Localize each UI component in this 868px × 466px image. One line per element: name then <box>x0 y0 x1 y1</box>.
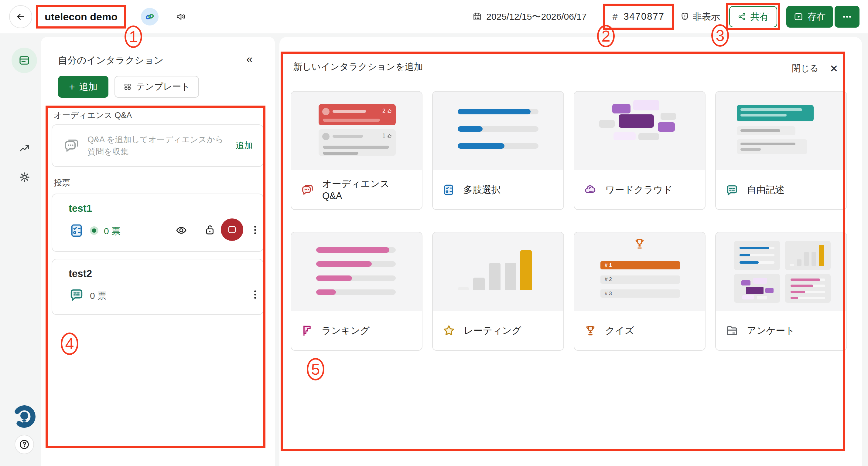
upvote-count: 1 <box>382 133 392 139</box>
left-rail <box>0 33 41 466</box>
type-card-label-row: 多肢選択 <box>433 170 563 210</box>
survey-illustration <box>716 232 846 311</box>
rail-item-trends[interactable] <box>18 142 31 155</box>
qa-section-label: オーディエンス Q&A <box>54 110 132 121</box>
ellipsis-icon <box>842 11 852 22</box>
folder-icon <box>725 324 739 338</box>
mentimeter-logo <box>11 403 37 430</box>
close-label[interactable]: 閉じる <box>792 63 818 75</box>
kebab-menu-icon[interactable] <box>249 289 261 301</box>
type-card-label: ランキング <box>322 325 370 337</box>
qa-prompt-text: Q&A を追加してオーディエンスから質問を収集 <box>88 133 224 158</box>
qa-bubbles-icon <box>300 183 314 197</box>
interaction-card-test1[interactable]: test1 0 票 <box>52 194 264 252</box>
survey-mini-rating <box>785 241 831 270</box>
survey-mini-bars <box>734 241 780 270</box>
top-bar-right: 2025/12/15〜2026/06/17 # 3470877 非表示 共有 <box>472 0 860 33</box>
ranking-steps-icon <box>300 324 314 338</box>
present-button[interactable]: 存在 <box>786 6 833 28</box>
room-number[interactable]: 3470877 <box>623 11 664 22</box>
open-ended-icon <box>69 287 85 302</box>
rail-item-settings[interactable] <box>18 170 31 184</box>
presentation-title[interactable]: utelecon demo <box>44 11 118 23</box>
stop-button[interactable] <box>221 219 243 241</box>
type-card-label-row: オーディエンス Q&A <box>291 170 422 210</box>
share-nodes-icon <box>738 12 746 21</box>
type-card-label: ワードクラウド <box>605 184 673 196</box>
announcement-icon[interactable] <box>176 11 186 22</box>
more-options-button[interactable] <box>835 6 860 28</box>
add-interaction-button[interactable]: + 追加 <box>58 76 108 98</box>
collapse-panel-button[interactable]: « <box>246 53 253 66</box>
question-circle-icon <box>19 439 30 450</box>
type-card-label-row: 自由記述 <box>716 170 846 210</box>
upvote-count: 2 <box>382 108 392 114</box>
type-card-multiple-choice[interactable]: 多肢選択 <box>432 91 564 210</box>
kebab-menu-icon[interactable] <box>249 224 261 236</box>
qa-placeholder-card: Q&A を追加してオーディエンスから質問を収集 追加 <box>52 124 264 167</box>
type-card-label: クイズ <box>605 325 634 337</box>
open-ended-illustration <box>716 92 846 170</box>
survey-mini-wordcloud <box>734 274 780 303</box>
plus-icon: + <box>69 81 75 93</box>
hide-toggle[interactable]: 非表示 <box>680 11 720 23</box>
present-label: 存在 <box>808 11 826 23</box>
interaction-title[interactable]: test2 <box>69 268 92 279</box>
type-card-label: 自由記述 <box>747 184 784 196</box>
date-range-group[interactable]: 2025/12/15〜2026/06/17 <box>472 11 586 23</box>
share-label: 共有 <box>750 11 769 23</box>
type-card-ranking[interactable]: ランキング <box>291 232 423 351</box>
present-play-icon <box>794 12 803 22</box>
back-button[interactable] <box>9 5 32 28</box>
star-icon <box>442 324 456 338</box>
unlock-icon[interactable] <box>204 223 216 236</box>
annotation-badge-3: 3 <box>711 24 729 47</box>
type-card-label: アンケート <box>747 325 795 337</box>
type-card-label: 多肢選択 <box>463 184 501 196</box>
date-range: 2025/12/15〜2026/06/17 <box>486 11 586 23</box>
template-grid-icon <box>123 82 132 91</box>
rail-item-interactions[interactable] <box>11 47 37 73</box>
type-card-open-ended[interactable]: 自由記述 <box>715 91 847 210</box>
close-group: 閉じる ✕ <box>792 63 838 75</box>
multiple-choice-icon <box>69 222 85 239</box>
type-card-word-cloud[interactable]: ワードクラウド <box>574 91 706 210</box>
vote-count: 0 票 <box>90 290 106 302</box>
type-card-label-row: クイズ <box>574 311 705 351</box>
shield-alert-icon <box>680 12 690 22</box>
interaction-type-grid: 2 1 <box>291 91 847 351</box>
interaction-title[interactable]: test1 <box>69 203 92 214</box>
hide-label: 非表示 <box>693 11 720 23</box>
share-button[interactable]: 共有 <box>729 6 777 27</box>
webex-integration-badge <box>141 8 158 26</box>
type-card-label-row: ランキング <box>291 311 422 351</box>
calendar-icon <box>472 12 482 22</box>
eye-icon[interactable] <box>175 224 188 237</box>
bulb-ring-logo-icon <box>11 403 37 430</box>
top-bar-left: utelecon demo <box>0 5 186 29</box>
type-card-rating[interactable]: レーティング <box>432 232 564 351</box>
arrow-left-icon <box>16 11 26 22</box>
vote-section-label: 投票 <box>54 177 70 189</box>
close-icon[interactable]: ✕ <box>830 63 839 74</box>
help-button[interactable] <box>14 435 34 454</box>
template-button[interactable]: テンプレート <box>115 76 199 98</box>
webex-logo-icon <box>144 11 155 22</box>
quiz-rank-3: # 3 <box>600 290 680 298</box>
type-card-label-row: ワードクラウド <box>574 170 705 210</box>
interaction-card-test2[interactable]: test2 0 票 <box>52 259 264 315</box>
type-card-survey[interactable]: アンケート <box>715 232 847 351</box>
presentation-card-icon <box>18 54 31 67</box>
panel-title: 自分のインタラクション <box>58 54 164 67</box>
annotation-badge-1: 1 <box>125 26 142 48</box>
open-ended-icon <box>725 183 739 197</box>
qa-illustration: 2 1 <box>291 92 422 170</box>
type-card-audience-qa[interactable]: 2 1 <box>291 91 423 210</box>
add-interaction-title: 新しいインタラクションを追加 <box>293 61 423 73</box>
type-card-quiz[interactable]: # 1 # 2 # 3 クイズ <box>574 232 706 351</box>
quiz-rank-1: # 1 <box>600 261 680 269</box>
quiz-rank-2: # 2 <box>600 275 680 284</box>
annotation-box-2: # 3470877 <box>603 4 674 30</box>
qa-add-link[interactable]: 追加 <box>236 140 253 152</box>
trending-up-icon <box>18 142 31 155</box>
